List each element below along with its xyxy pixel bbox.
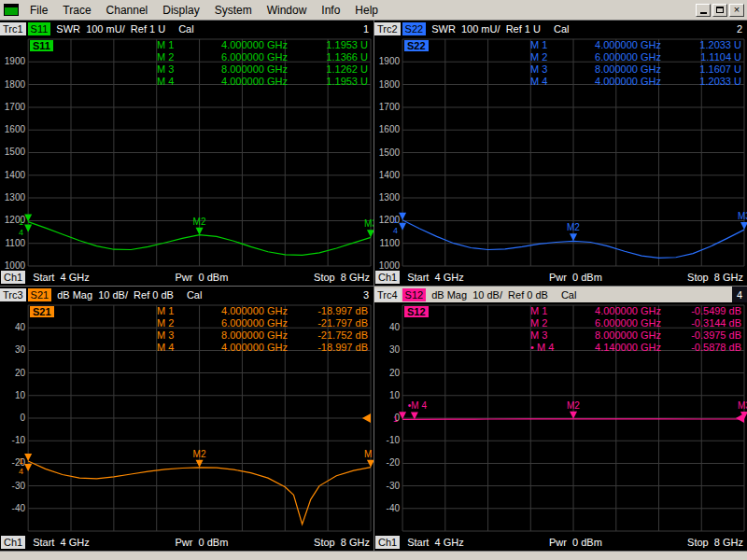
menu-item[interactable]: Window: [260, 1, 315, 20]
trace-header[interactable]: Trc3 S21 dB Mag 10 dB/ Ref 0 dB Cal 3: [0, 287, 374, 302]
svg-text:-10: -10: [12, 435, 26, 445]
svg-text:-10: -10: [387, 435, 401, 445]
trace-header[interactable]: Trc4 S12 dB Mag 10 dB/ Ref 0 dB Cal 4: [374, 287, 747, 302]
svg-text:-40: -40: [12, 503, 26, 513]
trace-header[interactable]: Trc2 S22 SWR 100 mU/ Ref 1 U Cal 2: [374, 21, 747, 36]
marker-readout-row: M 1 4.000000 GHz 1.1953 U: [157, 39, 368, 51]
channel-label[interactable]: Ch1: [375, 271, 400, 284]
marker-frequency: 4.000000 GHz: [564, 305, 661, 317]
trace-format-label: dB Mag 10 dB/ Ref 0 dB: [431, 289, 548, 301]
marker-frequency: 8.000000 GHz: [564, 63, 661, 76]
channel-footer: Ch1 Start 4 GHz Pwr 0 dBm Stop 8 GHz: [374, 269, 747, 286]
sparam-label[interactable]: S22: [402, 22, 427, 35]
svg-text:M3: M3: [738, 211, 747, 221]
marker-value: -0.3975 dB: [661, 329, 741, 342]
menu-bar: FileTraceChannelDisplaySystemWindowInfoH…: [0, 0, 747, 21]
svg-text:-20: -20: [387, 457, 401, 468]
marker-frequency: 4.000000 GHz: [564, 39, 661, 51]
svg-text:1700: 1700: [5, 102, 26, 112]
marker-name: M 2: [157, 51, 190, 63]
marker-name: M 3: [530, 329, 564, 342]
marker-name: M 1: [530, 39, 564, 51]
menu-item[interactable]: Trace: [55, 1, 98, 20]
marker-frequency: 4.000000 GHz: [190, 305, 288, 317]
menu-item[interactable]: Display: [155, 1, 206, 20]
marker-frequency: 8.000000 GHz: [564, 329, 661, 342]
close-button[interactable]: ×: [729, 4, 744, 17]
svg-text:M3: M3: [738, 400, 747, 411]
sparam-label[interactable]: S12: [402, 288, 427, 301]
trace-label[interactable]: Trc1: [0, 22, 26, 35]
marker-name: M 3: [157, 329, 190, 342]
maximize-icon: [716, 7, 724, 13]
svg-text:1500: 1500: [379, 147, 401, 158]
svg-text:10: 10: [389, 390, 401, 400]
marker-readouts: M 1 4.000000 GHz 1.1953 U M 2 6.000000 G…: [157, 39, 368, 88]
menu-item[interactable]: System: [207, 1, 260, 20]
quadrant: Trc3 S21 dB Mag 10 dB/ Ref 0 dB Cal 3 40…: [0, 287, 374, 551]
channel-label[interactable]: Ch1: [1, 536, 25, 549]
menu-item[interactable]: Help: [347, 1, 386, 20]
svg-text:1600: 1600: [379, 124, 401, 134]
marker-frequency: 8.000000 GHz: [190, 63, 288, 76]
marker-frequency: 4.000000 GHz: [190, 342, 288, 354]
svg-text:1300: 1300: [379, 192, 401, 203]
window-controls: ×: [696, 4, 745, 17]
marker-frequency: 6.000000 GHz: [564, 317, 661, 329]
menu-item[interactable]: Info: [314, 1, 347, 20]
marker-readout-row: M 2 6.000000 GHz 1.1104 U: [530, 51, 741, 63]
marker-value: 1.2033 U: [661, 39, 741, 51]
channel-label[interactable]: Ch1: [1, 271, 25, 284]
marker-value: -21.752 dB: [288, 329, 368, 342]
svg-text:1100: 1100: [380, 238, 401, 248]
svg-text:4: 4: [19, 228, 23, 237]
marker-name: M 1: [157, 39, 190, 51]
trace-header[interactable]: Trc1 S11 SWR 100 mU/ Ref 1 U Cal 1: [0, 21, 374, 36]
svg-text:1500: 1500: [5, 147, 26, 158]
svg-text:1: 1: [19, 456, 23, 466]
marker-readouts: M 1 4.000000 GHz -18.997 dB M 2 6.000000…: [157, 305, 368, 354]
marker-readout-row: M 3 8.000000 GHz -0.3975 dB: [530, 329, 741, 342]
sparam-label[interactable]: S21: [28, 288, 52, 301]
marker-frequency: 6.000000 GHz: [190, 317, 288, 329]
trace-label[interactable]: Trc3: [0, 288, 26, 301]
start-frequency: Start 4 GHz: [33, 272, 90, 283]
svg-text:1000: 1000: [5, 260, 26, 269]
app-icon[interactable]: [4, 4, 19, 16]
marker-readout-row: M 1 4.000000 GHz -18.997 dB: [157, 305, 368, 317]
plot-region: 403020100-10-20-30-4014M2M 3 S21 M 1 4.0…: [0, 302, 374, 534]
marker-value: -18.997 dB: [288, 342, 368, 354]
trace-format-label: SWR 100 mU/ Ref 1 U: [56, 23, 165, 35]
maximize-button[interactable]: [712, 4, 727, 17]
svg-text:1400: 1400: [379, 170, 401, 180]
marker-value: 1.1953 U: [288, 39, 368, 51]
stop-frequency: Stop 8 GHz: [314, 537, 370, 548]
menu-item[interactable]: File: [22, 1, 55, 20]
channel-label[interactable]: Ch1: [375, 536, 400, 549]
marker-readout-row: M 2 6.000000 GHz 1.1366 U: [157, 51, 368, 63]
plot-region: 1900180017001600150014001300120011001000…: [374, 36, 747, 269]
marker-readout-row: M 1 4.000000 GHz -0.5499 dB: [530, 305, 741, 317]
trace-format-label: SWR 100 mU/ Ref 1 U: [431, 23, 541, 35]
plot-sparam-badge: S21: [30, 306, 54, 317]
stop-frequency: Stop 8 GHz: [314, 272, 370, 283]
diagram-number: 3: [359, 289, 374, 301]
svg-text:1: 1: [393, 414, 398, 424]
trace-label[interactable]: Trc4: [374, 288, 401, 301]
stop-frequency: Stop 8 GHz: [687, 272, 743, 283]
sparam-label[interactable]: S11: [28, 22, 51, 35]
marker-readout-row: • M 4 4.140000 GHz -0.5878 dB: [530, 342, 741, 354]
marker-value: -0.3144 dB: [661, 317, 741, 329]
marker-frequency: 4.140000 GHz: [564, 342, 661, 354]
marker-value: -18.997 dB: [288, 305, 368, 317]
minimize-button[interactable]: [696, 4, 711, 17]
menu-item[interactable]: Channel: [99, 1, 156, 20]
marker-name: M 4: [530, 76, 564, 88]
svg-text:M2: M2: [193, 449, 206, 459]
svg-text:1900: 1900: [5, 56, 26, 66]
marker-name: • M 4: [530, 342, 564, 354]
svg-text:-30: -30: [387, 481, 401, 491]
channel-footer: Ch1 Start 4 GHz Pwr 0 dBm Stop 8 GHz: [0, 269, 374, 286]
marker-name: M 1: [157, 305, 190, 317]
trace-label[interactable]: Trc2: [374, 22, 401, 35]
